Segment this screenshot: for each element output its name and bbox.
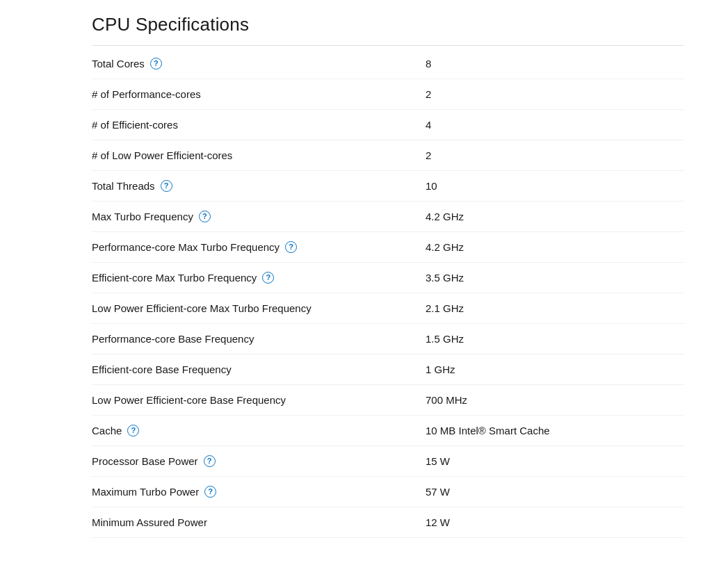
spec-label-text-lp-eff-core-base-freq: Low Power Efficient-core Base Frequency <box>92 394 286 406</box>
spec-row-total-threads: Total Threads?10 <box>92 171 684 202</box>
spec-value-total-threads: 10 <box>426 180 684 192</box>
page-container: CPU Specifications Total Cores?8# of Per… <box>0 0 712 588</box>
spec-row-perf-core-max-turbo: Performance-core Max Turbo Frequency?4.2… <box>92 232 684 263</box>
spec-value-perf-cores: 2 <box>426 88 684 100</box>
spec-label-low-power-cores: # of Low Power Efficient-cores <box>92 149 426 161</box>
help-icon-max-turbo-freq[interactable]: ? <box>199 211 211 222</box>
spec-value-max-turbo-freq: 4.2 GHz <box>426 211 684 222</box>
spec-label-text-eff-core-max-turbo: Efficient-core Max Turbo Frequency <box>92 272 257 284</box>
spec-label-perf-cores: # of Performance-cores <box>92 88 426 100</box>
spec-value-total-cores: 8 <box>426 58 684 70</box>
spec-row-proc-base-power: Processor Base Power?15 W <box>92 446 684 477</box>
spec-value-proc-base-power: 15 W <box>426 455 684 467</box>
spec-row-max-turbo-power: Maximum Turbo Power?57 W <box>92 477 684 507</box>
spec-row-perf-core-base-freq: Performance-core Base Frequency1.5 GHz <box>92 324 684 354</box>
help-icon-max-turbo-power[interactable]: ? <box>204 486 216 498</box>
spec-label-text-proc-base-power: Processor Base Power <box>92 455 198 467</box>
spec-row-cache: Cache?10 MB Intel® Smart Cache <box>92 416 684 446</box>
spec-value-perf-core-base-freq: 1.5 GHz <box>426 333 684 345</box>
spec-value-lp-eff-core-base-freq: 700 MHz <box>426 394 684 406</box>
spec-value-perf-core-max-turbo: 4.2 GHz <box>426 241 684 253</box>
spec-row-min-assured-power: Minimum Assured Power12 W <box>92 507 684 538</box>
spec-label-eff-core-max-turbo: Efficient-core Max Turbo Frequency? <box>92 272 426 284</box>
spec-label-proc-base-power: Processor Base Power? <box>92 455 426 467</box>
spec-label-text-eff-core-base-freq: Efficient-core Base Frequency <box>92 364 232 375</box>
spec-row-total-cores: Total Cores?8 <box>92 49 684 79</box>
spec-value-low-power-cores: 2 <box>426 149 684 161</box>
spec-label-total-cores: Total Cores? <box>92 58 426 70</box>
spec-label-text-cache: Cache <box>92 425 122 436</box>
help-icon-perf-core-max-turbo[interactable]: ? <box>285 241 297 253</box>
spec-rows-container: Total Cores?8# of Performance-cores2# of… <box>92 49 684 538</box>
spec-label-text-perf-core-max-turbo: Performance-core Max Turbo Frequency <box>92 241 280 253</box>
help-icon-total-cores[interactable]: ? <box>150 58 162 70</box>
spec-value-cache: 10 MB Intel® Smart Cache <box>426 425 684 436</box>
spec-label-text-max-turbo-power: Maximum Turbo Power <box>92 486 199 498</box>
help-icon-total-threads[interactable]: ? <box>161 180 172 192</box>
spec-value-eff-core-base-freq: 1 GHz <box>426 364 684 375</box>
help-icon-eff-core-max-turbo[interactable]: ? <box>262 272 274 284</box>
spec-label-text-max-turbo-freq: Max Turbo Frequency <box>92 211 193 222</box>
section-title: CPU Specifications <box>92 14 684 46</box>
spec-row-max-turbo-freq: Max Turbo Frequency?4.2 GHz <box>92 202 684 232</box>
spec-label-text-perf-core-base-freq: Performance-core Base Frequency <box>92 333 254 345</box>
spec-value-min-assured-power: 12 W <box>426 516 684 528</box>
spec-label-text-low-power-cores: # of Low Power Efficient-cores <box>92 149 232 161</box>
spec-label-text-total-threads: Total Threads <box>92 180 155 192</box>
spec-row-lp-eff-core-max-turbo: Low Power Efficient-core Max Turbo Frequ… <box>92 293 684 324</box>
spec-label-text-lp-eff-core-max-turbo: Low Power Efficient-core Max Turbo Frequ… <box>92 302 312 314</box>
spec-label-text-total-cores: Total Cores <box>92 58 145 70</box>
spec-row-efficient-cores: # of Efficient-cores4 <box>92 110 684 140</box>
spec-value-efficient-cores: 4 <box>426 119 684 131</box>
spec-label-total-threads: Total Threads? <box>92 180 426 192</box>
spec-label-text-min-assured-power: Minimum Assured Power <box>92 516 207 528</box>
spec-row-lp-eff-core-base-freq: Low Power Efficient-core Base Frequency7… <box>92 385 684 416</box>
spec-label-eff-core-base-freq: Efficient-core Base Frequency <box>92 364 426 375</box>
spec-value-eff-core-max-turbo: 3.5 GHz <box>426 272 684 284</box>
spec-label-efficient-cores: # of Efficient-cores <box>92 119 426 131</box>
spec-label-text-efficient-cores: # of Efficient-cores <box>92 119 178 131</box>
spec-label-perf-core-base-freq: Performance-core Base Frequency <box>92 333 426 345</box>
spec-label-lp-eff-core-max-turbo: Low Power Efficient-core Max Turbo Frequ… <box>92 302 426 314</box>
spec-label-cache: Cache? <box>92 425 426 436</box>
spec-row-perf-cores: # of Performance-cores2 <box>92 79 684 110</box>
spec-label-perf-core-max-turbo: Performance-core Max Turbo Frequency? <box>92 241 426 253</box>
spec-label-text-perf-cores: # of Performance-cores <box>92 88 201 100</box>
spec-label-max-turbo-freq: Max Turbo Frequency? <box>92 211 426 222</box>
spec-value-lp-eff-core-max-turbo: 2.1 GHz <box>426 302 684 314</box>
cpu-specs-section: CPU Specifications Total Cores?8# of Per… <box>0 0 712 552</box>
spec-value-max-turbo-power: 57 W <box>426 486 684 498</box>
spec-row-eff-core-max-turbo: Efficient-core Max Turbo Frequency?3.5 G… <box>92 263 684 293</box>
help-icon-cache[interactable]: ? <box>127 425 139 436</box>
spec-row-low-power-cores: # of Low Power Efficient-cores2 <box>92 140 684 171</box>
spec-row-eff-core-base-freq: Efficient-core Base Frequency1 GHz <box>92 354 684 385</box>
spec-label-lp-eff-core-base-freq: Low Power Efficient-core Base Frequency <box>92 394 426 406</box>
spec-label-min-assured-power: Minimum Assured Power <box>92 516 426 528</box>
spec-label-max-turbo-power: Maximum Turbo Power? <box>92 486 426 498</box>
help-icon-proc-base-power[interactable]: ? <box>204 455 216 467</box>
